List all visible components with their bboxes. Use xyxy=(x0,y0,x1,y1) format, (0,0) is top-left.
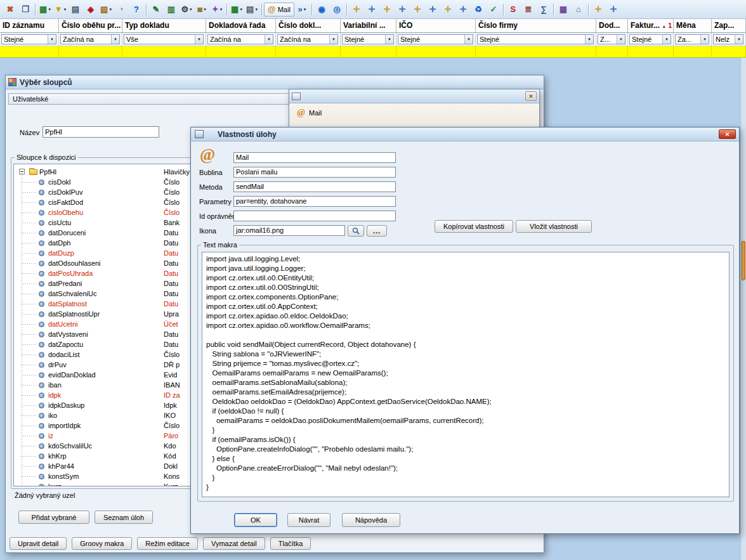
detail-action-button[interactable]: Groovy makra xyxy=(72,537,132,550)
filter-combobox[interactable]: Začíná na xyxy=(277,34,338,44)
scrollbar-thumb[interactable] xyxy=(742,241,745,280)
transfer-10-icon[interactable]: ✛ xyxy=(606,3,621,16)
filter-combobox[interactable]: Z... xyxy=(598,34,625,44)
filter-combobox[interactable]: Stejné xyxy=(398,34,473,44)
new-record-cell[interactable] xyxy=(476,46,596,57)
copy-properties-button[interactable]: Kopírovat vlastnosti xyxy=(435,220,513,233)
new-record-cell[interactable] xyxy=(122,46,206,57)
ok-button[interactable]: OK xyxy=(234,513,277,527)
column-header[interactable]: Číslo dokl... xyxy=(276,19,341,32)
dropdown-arrow-icon[interactable] xyxy=(735,35,743,44)
spiral-icon[interactable]: ◎ xyxy=(329,3,344,16)
tasks-window-titlebar[interactable] xyxy=(289,89,539,103)
wizard-icon[interactable]: ✦ xyxy=(209,3,225,16)
column-header[interactable]: ID záznamu xyxy=(0,19,59,32)
detail-action-button[interactable]: Režim editace xyxy=(137,537,198,550)
help-icon[interactable]: ? xyxy=(129,3,144,16)
macro-code-editor[interactable]: import java.util.logging.Level; import j… xyxy=(202,252,730,497)
dropdown-arrow-icon[interactable] xyxy=(585,35,593,44)
delete-icon[interactable]: ✖ xyxy=(3,3,18,16)
name-field[interactable]: PpfHl xyxy=(43,126,159,138)
filter-combobox[interactable]: Za... xyxy=(675,34,709,44)
column-header[interactable]: Zap... xyxy=(712,19,746,32)
s-badge-icon[interactable]: S xyxy=(506,3,521,16)
package-icon[interactable]: ▧ xyxy=(98,3,114,16)
transfer-1-icon[interactable]: ✛ xyxy=(349,3,364,16)
icon-search-button[interactable] xyxy=(348,225,364,237)
filter-combobox[interactable]: Začíná na xyxy=(60,34,120,44)
method-field[interactable]: sendMail xyxy=(233,181,396,192)
filter-combobox[interactable]: Stejné xyxy=(477,34,594,44)
process-icon[interactable]: ⚙ xyxy=(179,3,194,16)
vertical-scrollbar[interactable] xyxy=(740,58,746,560)
return-button[interactable]: Návrat xyxy=(287,513,330,527)
run-actions-icon[interactable]: » xyxy=(294,3,310,16)
task-item-mail[interactable]: @ Mail xyxy=(297,108,322,117)
export-print-icon[interactable]: ▤ xyxy=(244,3,259,16)
column-header[interactable]: Variabilní ... xyxy=(341,19,396,32)
dropdown-arrow-icon[interactable] xyxy=(265,35,273,44)
mail-button[interactable]: @ Mail xyxy=(264,3,294,16)
column-header[interactable]: Měna xyxy=(674,19,712,32)
new-record-cell[interactable] xyxy=(596,46,628,57)
seal-icon[interactable]: ◈ xyxy=(83,3,98,16)
transfer-5-icon[interactable]: ✛ xyxy=(410,3,425,16)
column-header[interactable]: Číslo firmy xyxy=(476,19,596,32)
new-record-cell[interactable] xyxy=(396,46,476,57)
task-name-field[interactable]: Mail xyxy=(233,152,396,163)
dropdown-arrow-icon[interactable] xyxy=(385,35,393,44)
transfer-9-icon[interactable]: ✛ xyxy=(591,3,606,16)
grid-view-icon[interactable]: ▥ xyxy=(164,3,179,16)
dropdown-arrow-icon[interactable] xyxy=(700,35,709,44)
parameters-field[interactable]: par=entity, dotahovane xyxy=(233,196,396,207)
new-record-cell[interactable] xyxy=(712,46,746,57)
task-list-button[interactable]: Seznam úloh xyxy=(95,511,153,524)
transfer-7-icon[interactable]: ✛ xyxy=(440,3,455,16)
detail-action-button[interactable]: Vymazat detail xyxy=(203,537,265,550)
help-button[interactable]: Nápověda xyxy=(342,513,400,527)
dropdown-arrow-icon[interactable] xyxy=(617,35,625,44)
new-record-cell[interactable] xyxy=(628,46,674,57)
column-select-icon[interactable]: ▦ xyxy=(37,3,53,16)
new-record-cell[interactable] xyxy=(206,46,276,57)
dropdown-arrow-icon[interactable] xyxy=(195,35,203,44)
close-button[interactable] xyxy=(525,91,537,101)
dropdown-arrow-icon[interactable] xyxy=(464,35,473,44)
dropdown-arrow-icon[interactable] xyxy=(111,35,119,44)
chart-icon[interactable]: ∑ xyxy=(536,3,551,16)
icon-browse-button[interactable]: ... xyxy=(367,225,387,237)
dropdown-arrow-icon[interactable] xyxy=(48,35,56,44)
detail-action-button[interactable]: Tlačítka xyxy=(270,537,311,550)
filter-combobox[interactable]: Vše xyxy=(124,34,204,44)
export-table-icon[interactable]: ▦ xyxy=(229,3,244,16)
window-grid-icon[interactable]: ▦ xyxy=(556,3,571,16)
close-button[interactable] xyxy=(719,129,736,139)
column-header[interactable]: Typ dokladu xyxy=(122,19,206,32)
transfer-3-icon[interactable]: ✛ xyxy=(379,3,395,16)
info-ring-icon[interactable]: ◉ xyxy=(314,3,329,16)
column-header[interactable]: Faktur... 1 xyxy=(628,19,674,32)
detail-action-button[interactable]: Upravit detail xyxy=(10,537,67,550)
filter-combobox[interactable]: Stejné xyxy=(629,34,671,44)
filter-combobox[interactable]: Stejné xyxy=(342,34,394,44)
filter-combobox[interactable]: Stejné xyxy=(1,34,56,44)
column-header[interactable]: Číslo oběhu pr... xyxy=(59,19,122,32)
copy-icon[interactable]: ❐ xyxy=(18,3,33,16)
dropdown-arrow-icon[interactable] xyxy=(329,35,337,44)
filter-combobox[interactable]: Nelz xyxy=(713,34,743,44)
transfer-2-icon[interactable]: ✛ xyxy=(364,3,379,16)
add-selected-button[interactable]: Přidat vybrané xyxy=(18,511,89,524)
filter-combobox[interactable]: Začíná na xyxy=(207,34,273,44)
icon-path-field[interactable]: jar:omail16.png xyxy=(233,225,345,236)
bubble-field[interactable]: Poslani mailu xyxy=(233,167,396,178)
new-record-cell[interactable] xyxy=(276,46,341,57)
refresh-icon[interactable]: ♻ xyxy=(471,3,486,16)
new-record-cell[interactable] xyxy=(0,46,59,57)
print-icon[interactable]: ▤ xyxy=(68,3,83,16)
permission-id-field[interactable] xyxy=(233,211,396,221)
bank-icon[interactable]: ⌂ xyxy=(571,3,586,16)
task-properties-titlebar[interactable]: Vlastnosti úlohy xyxy=(191,127,739,141)
snapshot-icon[interactable]: ◙ xyxy=(194,3,209,16)
transfer-8-icon[interactable]: ✛ xyxy=(455,3,471,16)
clock-icon[interactable]: ◔ xyxy=(114,3,129,16)
